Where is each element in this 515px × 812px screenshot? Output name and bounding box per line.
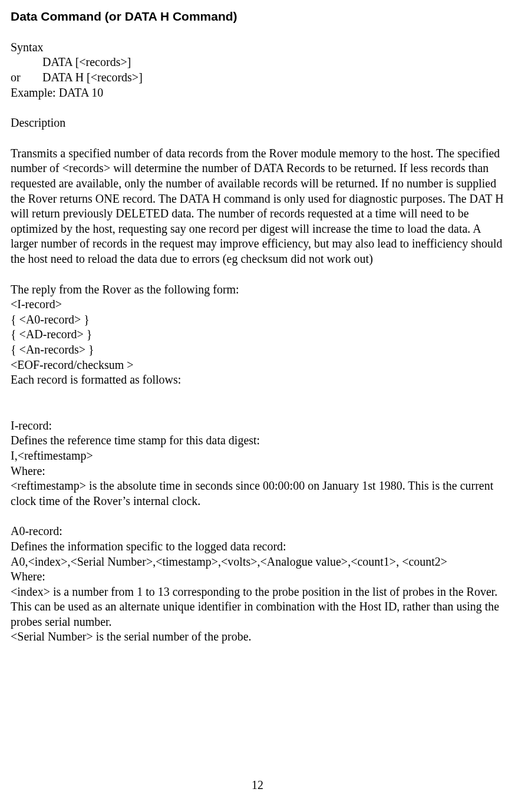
reply-intro: The reply from the Rover as the followin… [11, 282, 504, 298]
description-label: Description [11, 115, 504, 131]
i-record-desc: Defines the reference time stamp for thi… [11, 433, 504, 448]
a0-record-serial: <Serial Number> is the serial number of … [11, 629, 504, 645]
reply-line-an: { <An-records> } [11, 342, 504, 358]
reply-line-format: Each record is formatted as follows: [11, 372, 504, 388]
reply-line-ad: { <AD-record> } [11, 327, 504, 342]
reply-line-i: <I-record> [11, 297, 504, 312]
i-record-format: I,<reftimestamp> [11, 448, 504, 464]
syntax-line1: DATA [<records>] [11, 55, 504, 70]
a0-record-desc: Defines the information specific to the … [11, 539, 504, 554]
i-record-where: Where: [11, 464, 504, 479]
description-paragraph: Transmits a specified number of data rec… [11, 146, 504, 267]
a0-record-index: <index> is a number from 1 to 13 corresp… [11, 585, 504, 630]
page-number: 12 [252, 778, 263, 793]
a0-record-title: A0-record: [11, 524, 504, 539]
a0-record-format: A0,<index>,<Serial Number>,<timestamp>,<… [11, 554, 504, 570]
syntax-or-label: or [11, 70, 42, 85]
a0-record-where: Where: [11, 569, 504, 585]
syntax-label: Syntax [11, 40, 504, 55]
i-record-title: I-record: [11, 418, 504, 434]
reply-line-a0: { <A0-record> } [11, 312, 504, 328]
section-heading: Data Command (or DATA H Command) [11, 9, 504, 25]
syntax-line2-row: or DATA H [<records>] [11, 70, 504, 85]
syntax-line2: DATA H [<records>] [42, 70, 143, 85]
reply-line-eof: <EOF-record/checksum > [11, 358, 504, 373]
syntax-example: Example: DATA 10 [11, 85, 504, 101]
i-record-reftimestamp: <reftimestamp> is the absolute time in s… [11, 478, 504, 509]
